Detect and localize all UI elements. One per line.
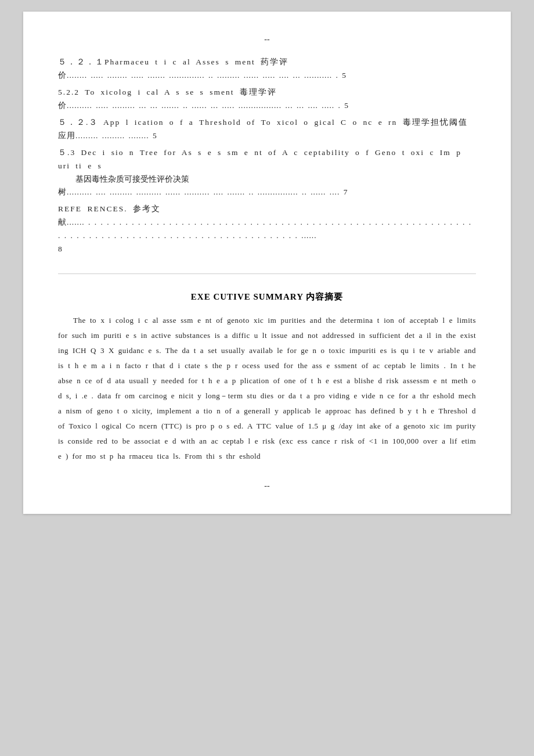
toc-entry-521-dots: 价........ ..... ........ ..... ....... .… (58, 69, 476, 82)
executive-summary-body: The to x i colog i c al asse ssm e nt of… (58, 313, 476, 464)
section-divider (58, 273, 476, 274)
toc-entry-522-dots: 价.......... ..... ......... ... ... ....… (58, 99, 476, 113)
bottom-dash: -- (58, 481, 476, 491)
executive-summary-paragraph: The to x i colog i c al asse ssm e nt of… (58, 313, 476, 464)
toc-entry-521-title: ５．２．１Pharmaceu t i c al Asses s ment 药学评 (58, 56, 476, 69)
toc-entry-521: ５．２．１Pharmaceu t i c al Asses s ment 药学评… (58, 56, 476, 82)
toc-entry-53: ５.3 Dec i sio n Tree for As s e s sm e n… (58, 146, 476, 200)
toc-entry-53-title: ５.3 Dec i sio n Tree for As s e s sm e n… (58, 146, 476, 173)
executive-summary-title: EXE CUTIVE SUMMARY 内容摘要 (58, 291, 476, 303)
toc-section: ５．２．１Pharmaceu t i c al Asses s ment 药学评… (58, 56, 476, 256)
toc-entry-ref-dots: 献....... . . . . . . . . . . . . . . . .… (58, 216, 476, 243)
toc-entry-523-title: ５．２.３ App l ication o f a Threshold of T… (58, 116, 476, 129)
toc-entry-522: 5.2.2 To xicolog i cal A s se s sment 毒理… (58, 86, 476, 113)
toc-entry-523-dots: 应用......... ......... ........ 5 (58, 129, 476, 143)
toc-entry-523: ５．２.３ App l ication o f a Threshold of T… (58, 116, 476, 143)
toc-entry-53-dots: 树.......... .... ......... .......... ..… (58, 186, 476, 199)
toc-entry-ref: REFE RENCES. 参考文 献....... . . . . . . . … (58, 203, 476, 256)
toc-entry-53-subtitle: 基因毒性杂质可接受性评价决策 (58, 173, 476, 186)
toc-entry-ref-pagenum: 8 (58, 243, 476, 256)
toc-entry-ref-title: REFE RENCES. 参考文 (58, 203, 476, 216)
toc-entry-522-title: 5.2.2 To xicolog i cal A s se s sment 毒理… (58, 86, 476, 99)
document-page: -- ５．２．１Pharmaceu t i c al Asses s ment … (23, 12, 511, 514)
executive-summary-section: EXE CUTIVE SUMMARY 内容摘要 The to x i colog… (58, 291, 476, 464)
top-dash: -- (58, 35, 476, 44)
